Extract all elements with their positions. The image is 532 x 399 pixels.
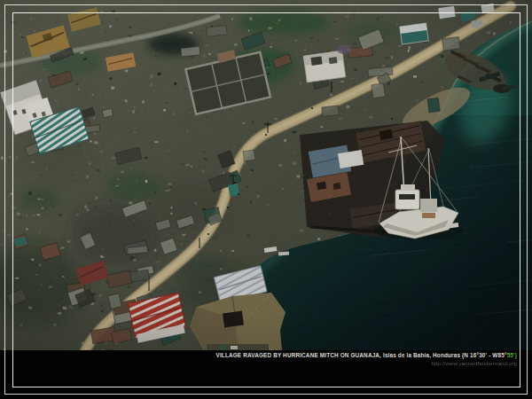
vignette [0,0,532,353]
photo-caption: VILLAGE RAVAGED BY HURRICANE MITCH ON GU… [215,352,517,358]
credit-url: http://www.yannarthusbertrand.org [432,360,517,366]
wallpaper-photo: VILLAGE RAVAGED BY HURRICANE MITCH ON GU… [0,0,532,399]
aerial-photo [0,0,532,399]
caption-band: VILLAGE RAVAGED BY HURRICANE MITCH ON GU… [0,350,532,399]
